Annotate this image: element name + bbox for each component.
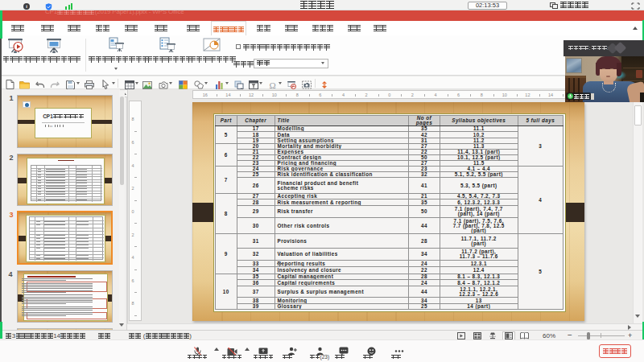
svg-text:Ω: Ω [269, 80, 275, 89]
